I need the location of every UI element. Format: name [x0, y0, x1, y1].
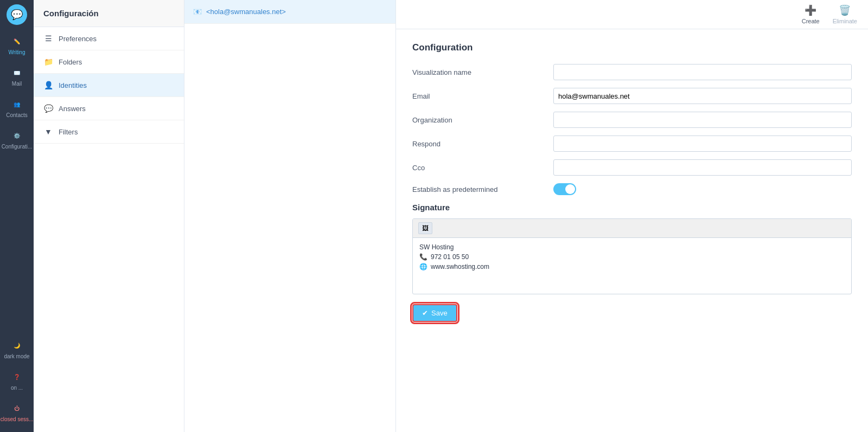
answers-icon: 💬	[43, 104, 53, 113]
input-respond[interactable]	[553, 136, 852, 152]
sidebar-bottom: 🌙 dark mode ❓ on ... ⏻ closed sess...	[0, 333, 34, 432]
web-icon: 🌐	[419, 263, 427, 270]
form-row-organization: Organization	[412, 112, 852, 128]
toggle-predetermined[interactable]	[553, 183, 576, 195]
preferences-icon: ☰	[43, 34, 53, 43]
sidebar-item-help[interactable]: ❓ on ...	[0, 365, 34, 396]
folders-icon: 📁	[43, 57, 53, 67]
sig-content: SW Hosting 📞 972 01 05 50 🌐 www.swhostin…	[413, 238, 851, 278]
list-panel: 📧 <hola@swmanuales.net>	[184, 0, 396, 432]
writing-icon: ✏️	[10, 35, 23, 48]
input-cco[interactable]	[553, 159, 852, 176]
label-organization: Organization	[412, 116, 553, 124]
label-predetermined: Establish as predetermined	[412, 185, 553, 194]
sig-line-phone: 📞 972 01 05 50	[419, 253, 845, 261]
list-item[interactable]: 📧 <hola@swmanuales.net>	[184, 0, 395, 24]
label-cco: Cco	[412, 164, 553, 172]
menu-item-folders[interactable]: 📁 Folders	[34, 50, 184, 74]
darkmode-icon: 🌙	[10, 339, 23, 352]
form-row-predetermined: Establish as predetermined	[412, 183, 852, 195]
sig-line-web: 🌐 www.swhosting.com	[419, 263, 845, 270]
save-checkmark-icon: ✔	[422, 309, 428, 317]
menu-item-answers[interactable]: 💬 Answers	[34, 97, 184, 120]
form-row-visualization-name: Visualization name	[412, 64, 852, 80]
logout-icon: ⏻	[10, 402, 23, 415]
filters-icon: ▼	[43, 127, 53, 137]
phone-icon: 📞	[419, 253, 427, 261]
sig-tool-image[interactable]: 🖼	[418, 222, 432, 234]
sidebar-item-darkmode[interactable]: 🌙 dark mode	[0, 333, 34, 365]
signature-title: Signature	[412, 203, 852, 212]
create-button[interactable]: ➕ Create	[802, 4, 820, 24]
create-icon: ➕	[805, 4, 816, 16]
menu-item-preferences[interactable]: ☰ Preferences	[34, 27, 184, 50]
form-row-cco: Cco	[412, 159, 852, 176]
label-respond: Respond	[412, 140, 553, 148]
input-organization[interactable]	[553, 112, 852, 128]
menu-item-identities[interactable]: 👤 Identities	[34, 74, 184, 97]
sig-toolbar: 🖼	[413, 219, 851, 238]
toolbar: ➕ Create 🗑️ Eliminate	[396, 0, 868, 29]
input-email[interactable]	[553, 88, 852, 104]
label-visualization-name: Visualization name	[412, 68, 553, 76]
menu-panel: Configuración ☰ Preferences 📁 Folders 👤 …	[34, 0, 184, 432]
menu-item-filters[interactable]: ▼ Filters	[34, 120, 184, 144]
config-title: Configuration	[412, 42, 852, 53]
app-logo: 💬	[7, 4, 27, 25]
sidebar-item-contacts[interactable]: 👥 Contacts	[0, 92, 34, 124]
main-content: ➕ Create 🗑️ Eliminate Configuration Visu…	[396, 0, 868, 432]
help-icon: ❓	[10, 370, 23, 383]
label-email: Email	[412, 92, 553, 100]
form-row-respond: Respond	[412, 136, 852, 152]
sidebar-item-mail[interactable]: ✉️ Mail	[0, 61, 34, 92]
sidebar-item-configuration[interactable]: ⚙️ Configurati...	[0, 124, 34, 155]
config-area: Configuration Visualization name Email O…	[396, 29, 868, 335]
sidebar-item-logout[interactable]: ⏻ closed sess...	[0, 396, 34, 428]
identities-icon: 👤	[43, 80, 53, 90]
menu-header: Configuración	[34, 0, 184, 27]
save-button[interactable]: ✔ Save	[412, 304, 457, 322]
sig-line-name: SW Hosting	[419, 243, 845, 251]
sidebar-item-writing[interactable]: ✏️ Writing	[0, 29, 34, 61]
list-item-icon: 📧	[193, 8, 202, 16]
form-row-email: Email	[412, 88, 852, 104]
signature-editor[interactable]: 🖼 SW Hosting 📞 972 01 05 50 🌐 www.swhost…	[412, 218, 852, 294]
eliminate-button[interactable]: 🗑️ Eliminate	[833, 4, 857, 24]
configuration-icon: ⚙️	[10, 129, 23, 142]
eliminate-icon: 🗑️	[839, 4, 851, 16]
toggle-knob	[565, 184, 575, 194]
mail-icon: ✉️	[10, 66, 23, 79]
sidebar: 💬 ✏️ Writing ✉️ Mail 👥 Contacts ⚙️ Confi…	[0, 0, 34, 432]
contacts-icon: 👥	[10, 98, 23, 111]
input-visualization-name[interactable]	[553, 64, 852, 80]
